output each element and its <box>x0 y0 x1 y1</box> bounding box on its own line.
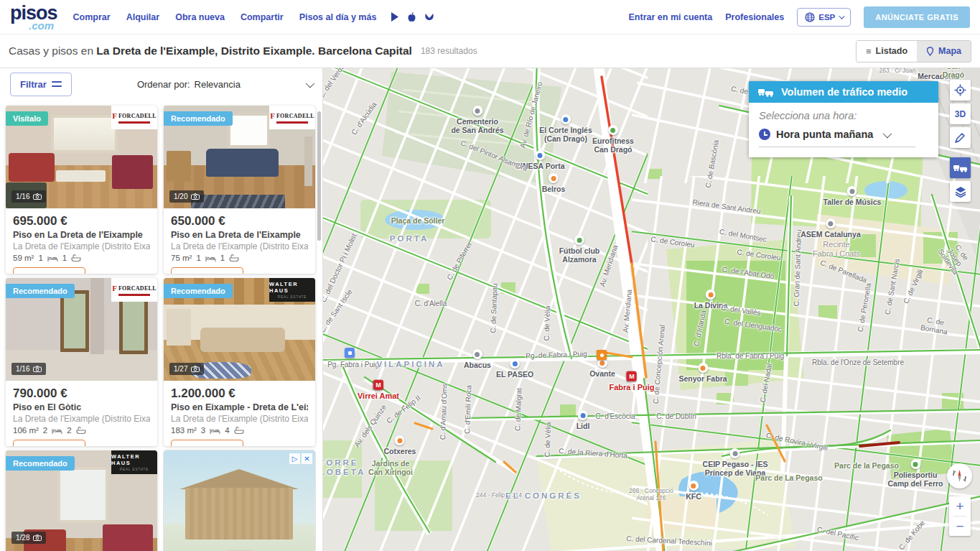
listing-features: 59 m² 1 1 <box>13 254 150 262</box>
agency-logo: FFORCADELL <box>269 106 315 129</box>
map-canvas[interactable]: 263 · C/ JoanMercadonaCan DragóC. de Ros… <box>323 68 980 551</box>
adchoices-icon[interactable]: ▷ <box>289 453 300 464</box>
listing-title: Piso en La Dreta de l'Eixample <box>13 230 150 240</box>
nav-compartir[interactable]: Compartir <box>241 12 284 22</box>
bath-icon <box>234 427 244 435</box>
zoom-in-button[interactable]: + <box>949 496 971 516</box>
apple-icon[interactable] <box>406 11 417 22</box>
traffic-icon <box>758 88 774 97</box>
sliders-icon <box>52 80 62 88</box>
top-navigation: pisos .com Comprar Alquilar Obra nueva C… <box>0 0 980 34</box>
status-badge: Recomendado <box>6 284 75 298</box>
listing-card[interactable]: Recomendado WALTER HAUSREAL ESTATE 1/27 … <box>164 278 315 446</box>
photo-counter: 1/27 <box>169 363 204 375</box>
nav-pisos-al-dia[interactable]: Pisos al día y más <box>299 12 377 22</box>
nav-comprar[interactable]: Comprar <box>73 12 111 22</box>
contact-button[interactable]: CONTACTAR <box>171 267 243 274</box>
nav-obra-nueva[interactable]: Obra nueva <box>175 12 225 22</box>
page-title-main: La Dreta de l'Eixample, Distrito Eixampl… <box>96 45 412 57</box>
listing-photo: Recomendado FFORCADELL 1/20 <box>164 106 315 208</box>
contact-button[interactable]: CONTACTAR <box>171 440 243 446</box>
contact-button[interactable]: CONTACTAR <box>13 440 85 446</box>
listing-location: La Dreta de l'Eixample (Distrito Eixampl… <box>171 414 308 424</box>
nav-right: Entrar en mi cuenta Profesionales ESP AN… <box>629 6 970 28</box>
ad-card[interactable]: ▷ ✕ Arquitecto Gerona <box>164 450 315 551</box>
bath-icon <box>71 254 81 262</box>
agency-logo: FFORCADELL <box>111 278 157 302</box>
agency-logo: FFORCADELL <box>111 106 157 129</box>
camera-icon <box>33 534 42 541</box>
traffic-panel-body: Selecciona una hora: Hora punta mañana <box>749 103 938 157</box>
compass-control[interactable] <box>947 463 972 489</box>
panel-scrollbar[interactable] <box>317 111 321 241</box>
listing-features: 183 m² 3 4 <box>171 426 308 435</box>
photo-counter: 1/16 <box>11 363 46 375</box>
language-selector[interactable]: ESP <box>797 8 851 27</box>
3d-button[interactable]: 3D <box>950 103 971 124</box>
bed-icon <box>210 427 220 435</box>
pencil-icon <box>955 132 966 143</box>
results-header: Casas y pisos en La Dreta de l'Eixample,… <box>0 34 980 68</box>
page-title: Casas y pisos en La Dreta de l'Eixample,… <box>9 45 412 57</box>
listing-card[interactable]: Visítalo FFORCADELL 1/16 695.000 € Piso … <box>6 106 157 274</box>
traffic-panel: Volumen de tráfico medio Selecciona una … <box>749 81 938 157</box>
traffic-panel-title: Volumen de tráfico medio <box>781 86 907 98</box>
listing-price: 695.000 € <box>13 214 150 228</box>
contact-button[interactable]: CONTACTAR <box>13 267 85 274</box>
listing-features: 106 m² 2 2 <box>13 426 150 435</box>
listing-card[interactable]: Recomendado WALTER HAUSREAL ESTATE 1/28 <box>6 450 157 551</box>
advertise-free-button[interactable]: ANÚNCIATE GRATIS <box>864 6 970 28</box>
camera-icon <box>33 193 42 200</box>
professionals-link[interactable]: Profesionales <box>725 12 784 22</box>
listing-price: 650.000 € <box>171 214 308 228</box>
nav-alquilar[interactable]: Alquilar <box>126 12 160 22</box>
page-title-prefix: Casas y pisos en <box>9 45 93 57</box>
listing-photo: Visítalo FFORCADELL 1/16 <box>6 106 157 208</box>
listing-photo: Recomendado WALTER HAUSREAL ESTATE 1/27 <box>164 278 315 381</box>
listing-location: La Dreta de l'Eixample (Distrito Eixampl… <box>171 241 308 251</box>
draw-button[interactable] <box>950 127 971 148</box>
traffic-layer-button[interactable] <box>950 157 971 178</box>
login-link[interactable]: Entrar en mi cuenta <box>629 12 713 22</box>
huawei-icon[interactable] <box>424 11 434 22</box>
toggle-mapa-button[interactable]: Mapa <box>917 41 971 62</box>
zoom-out-button[interactable]: − <box>949 517 971 536</box>
camera-icon <box>191 193 200 200</box>
photo-counter: 1/16 <box>11 190 46 203</box>
listing-card[interactable]: Recomendado FFORCADELL 1/20 650.000 € Pi… <box>164 106 315 274</box>
bed-icon <box>205 254 216 262</box>
listing-card[interactable]: Recomendado FFORCADELL 1/16 790.000 € Pi… <box>6 278 157 446</box>
sort-value: Relevancia <box>195 79 241 90</box>
camera-icon <box>33 366 42 372</box>
listing-title: Piso en El Gòtic <box>13 402 150 412</box>
listing-title: Piso en Eixample - Dreta de L'eixample <box>171 402 308 412</box>
filter-button[interactable]: Filtrar <box>10 73 72 96</box>
google-play-icon[interactable] <box>389 11 400 22</box>
layers-button[interactable] <box>950 181 971 202</box>
layers-icon <box>955 186 966 198</box>
listing-title: Piso en La Dreta de l'Eixample <box>171 230 308 240</box>
agency-logo: WALTER HAUSREAL ESTATE <box>111 450 157 474</box>
sort-chevron-icon[interactable] <box>306 78 315 88</box>
listing-cards: Visítalo FFORCADELL 1/16 695.000 € Piso … <box>0 100 322 551</box>
hour-select-label: Selecciona una hora: <box>759 110 928 121</box>
toggle-listado-button[interactable]: ≡ Listado <box>857 41 917 62</box>
hour-dropdown[interactable]: Hora punta mañana <box>759 129 915 147</box>
listing-price: 790.000 € <box>13 386 150 401</box>
hour-dropdown-value: Hora punta mañana <box>776 129 873 140</box>
listing-photo: Recomendado FFORCADELL 1/16 <box>6 278 157 381</box>
toggle-mapa-label: Mapa <box>938 46 961 56</box>
results-count: 183 resultados <box>421 46 477 56</box>
clock-icon <box>759 129 770 140</box>
sort-control[interactable]: Ordenar por: Relevancia <box>72 79 306 90</box>
traffic-cars-icon <box>953 164 968 172</box>
pisos-logo[interactable]: pisos .com <box>10 4 57 31</box>
status-badge: Recomendado <box>6 456 75 471</box>
bath-icon <box>76 427 86 435</box>
ad-close-icon[interactable]: ✕ <box>302 453 312 464</box>
locate-button[interactable] <box>950 80 971 101</box>
listing-photo: Recomendado WALTER HAUSREAL ESTATE 1/28 <box>6 450 157 551</box>
agency-logo: WALTER HAUSREAL ESTATE <box>269 278 315 302</box>
bed-icon <box>52 427 62 435</box>
logo-suffix: .com <box>29 20 57 31</box>
